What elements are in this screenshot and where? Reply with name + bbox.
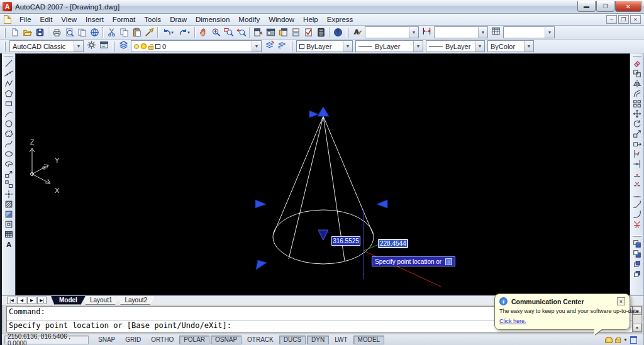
text-style-button[interactable]: A — [351, 26, 364, 39]
linetype-combo[interactable]: ByLayer▼ — [355, 40, 423, 52]
menu-window[interactable]: Window — [264, 14, 299, 25]
pan-realtime-button[interactable] — [197, 26, 209, 39]
workspace-combo[interactable]: AutoCAD Classic▼ — [9, 40, 84, 52]
workspace-settings-button[interactable] — [85, 40, 97, 53]
construction-line-button[interactable] — [3, 68, 14, 79]
tool-palettes-button[interactable] — [277, 26, 289, 39]
properties-button[interactable] — [252, 26, 264, 39]
copy-object-button[interactable] — [631, 68, 643, 79]
send-under-button[interactable] — [631, 269, 643, 279]
quickcalc-button[interactable] — [314, 26, 327, 39]
tab-nav-next-button[interactable]: ▶ — [27, 297, 36, 304]
tab-nav-first-button[interactable]: |◀ — [7, 297, 16, 304]
polyline-button[interactable] — [3, 79, 14, 89]
copy-button[interactable] — [118, 26, 130, 39]
menu-dimension[interactable]: Dimension — [191, 14, 234, 25]
layer-previous-button[interactable] — [275, 40, 288, 53]
chevron-down-icon[interactable]: ▼ — [413, 41, 423, 52]
doc-minimize-button[interactable]: – — [606, 15, 617, 24]
menu-insert[interactable]: Insert — [81, 14, 108, 25]
table-style-button[interactable] — [489, 26, 502, 39]
menu-modify[interactable]: Modify — [234, 14, 264, 25]
break-at-point-button[interactable] — [631, 169, 643, 179]
coordinate-display[interactable]: 2150.6136, 816.5406 , 0.0000 — [4, 336, 89, 344]
status-toggle-otrack[interactable]: OTRACK — [243, 336, 278, 344]
command-window-grip[interactable] — [2, 306, 6, 332]
doc-close-button[interactable]: × — [630, 15, 641, 24]
communication-center-icon[interactable] — [605, 337, 613, 343]
save-button[interactable] — [33, 26, 46, 39]
plot-preview-button[interactable] — [63, 26, 75, 39]
break-button[interactable] — [631, 179, 643, 189]
tab-layout2[interactable]: Layout2 — [116, 296, 155, 305]
status-toggle-model[interactable]: MODEL — [353, 336, 385, 344]
chevron-down-icon[interactable]: ▾ — [187, 30, 190, 35]
mirror-button[interactable] — [631, 79, 643, 89]
zoom-previous-button[interactable] — [235, 26, 247, 39]
help-button[interactable]: ? — [331, 26, 344, 39]
qnew-button[interactable] — [8, 26, 21, 39]
status-toggle-grid[interactable]: GRID — [121, 336, 145, 344]
layer-on-icon[interactable] — [134, 44, 139, 49]
erase-button[interactable] — [631, 58, 643, 68]
fillet-button[interactable] — [631, 209, 643, 219]
make-block-button[interactable] — [3, 179, 14, 189]
chevron-down-icon[interactable]: ▼ — [343, 41, 352, 52]
spline-button[interactable] — [3, 139, 14, 149]
balloon-link[interactable]: Click here. — [499, 318, 526, 324]
point-button[interactable] — [3, 189, 14, 199]
bring-to-front-button[interactable] — [631, 239, 643, 249]
chevron-down-icon[interactable]: ▼ — [545, 27, 554, 38]
explode-button[interactable] — [631, 219, 643, 229]
drawing-canvas[interactable]: Z Y X — [15, 53, 630, 295]
lock-icon[interactable] — [615, 339, 621, 343]
arc-button[interactable] — [3, 109, 14, 119]
scroll-down-icon[interactable]: ▼ — [633, 324, 641, 332]
tab-nav-prev-button[interactable]: ◀ — [17, 297, 26, 304]
chevron-down-icon[interactable]: ▼ — [252, 41, 261, 52]
extend-button[interactable] — [631, 159, 643, 169]
bring-above-button[interactable] — [631, 259, 643, 269]
sheet-set-manager-button[interactable] — [289, 26, 302, 39]
trim-button[interactable] — [631, 149, 643, 159]
toolbar-drag-handle[interactable] — [633, 235, 641, 237]
menu-file[interactable]: File — [15, 14, 36, 25]
layer-color-icon[interactable] — [155, 44, 160, 49]
tab-model[interactable]: Model — [51, 296, 86, 305]
designcenter-button[interactable] — [264, 26, 277, 39]
hatch-button[interactable] — [3, 199, 14, 209]
array-button[interactable] — [631, 99, 643, 109]
plot-style-combo[interactable]: ByColor▼ — [487, 40, 534, 52]
menu-express[interactable]: Express — [323, 14, 358, 25]
undo-button[interactable]: ▾ — [160, 26, 176, 39]
dim-style-button[interactable] — [420, 26, 433, 39]
chevron-down-icon[interactable]: ▼ — [74, 41, 83, 52]
layer-combo[interactable]: 0 ▼ — [131, 40, 262, 52]
circle-button[interactable] — [3, 119, 14, 129]
3d-dwf-button[interactable] — [88, 26, 101, 39]
toolbar-drag-handle[interactable] — [347, 28, 348, 38]
revision-cloud-button[interactable] — [3, 129, 14, 139]
redo-button[interactable]: ▾ — [176, 26, 192, 39]
match-properties-button[interactable] — [143, 26, 155, 39]
zoom-window-button[interactable] — [222, 26, 235, 39]
status-toggle-ortho[interactable]: ORTHO — [147, 336, 178, 344]
status-toggle-lwt[interactable]: LWT — [330, 336, 352, 344]
markup-set-manager-button[interactable] — [302, 26, 314, 39]
line-button[interactable] — [3, 58, 14, 68]
chamfer-button[interactable] — [631, 199, 643, 209]
tab-nav-last-button[interactable]: ▶| — [37, 297, 47, 304]
multiline-text-button[interactable]: A — [3, 239, 14, 249]
polygon-button[interactable] — [3, 89, 14, 99]
toolbar-drag-handle[interactable] — [113, 41, 114, 52]
menu-edit[interactable]: Edit — [36, 14, 57, 25]
clean-screen-icon[interactable] — [630, 336, 637, 344]
layer-thaw-icon[interactable] — [141, 43, 147, 49]
cut-button[interactable] — [105, 26, 118, 39]
region-button[interactable] — [3, 219, 14, 229]
plot-button[interactable] — [50, 26, 63, 39]
scale-button[interactable] — [631, 129, 643, 139]
rectangle-button[interactable] — [3, 99, 14, 109]
move-button[interactable] — [631, 109, 643, 119]
chevron-down-icon[interactable]: ▼ — [475, 41, 484, 52]
